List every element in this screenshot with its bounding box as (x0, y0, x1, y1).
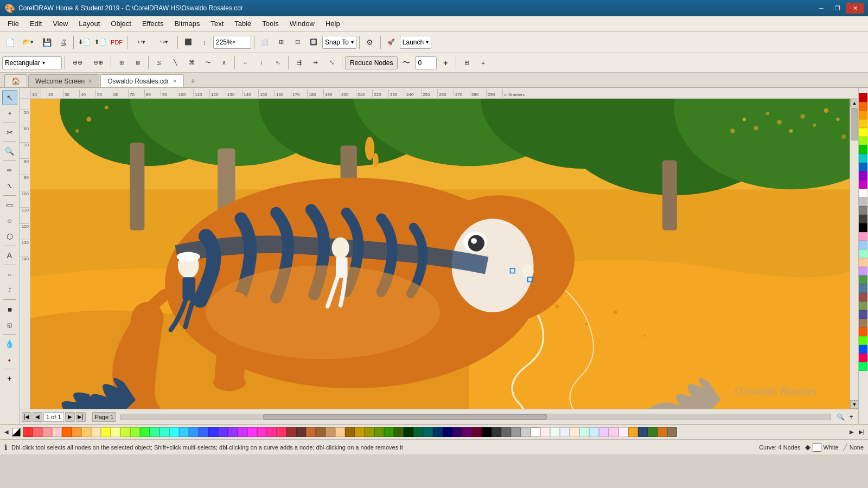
color-swatch[interactable] (150, 427, 159, 437)
color-swatch[interactable] (384, 427, 394, 437)
color-swatch[interactable] (208, 427, 218, 437)
distribute-nodes-btn[interactable]: ⇸ (308, 55, 323, 70)
color-swatch[interactable] (228, 427, 238, 437)
palette-swatch[interactable] (859, 189, 867, 197)
color-swatch[interactable] (648, 427, 658, 437)
color-swatch[interactable] (159, 427, 169, 437)
color-swatch[interactable] (550, 427, 560, 437)
zoom-tool[interactable]: 🔍 (2, 144, 17, 159)
shadow-tool[interactable]: ◼ (2, 301, 17, 317)
menu-help[interactable]: Help (320, 18, 346, 29)
color-swatch[interactable] (316, 427, 326, 437)
color-swatch[interactable] (91, 427, 101, 437)
print-button[interactable]: 🖨 (55, 35, 71, 50)
tab-doc-close-icon[interactable]: ✕ (173, 78, 177, 84)
to-line-btn[interactable]: ╲ (168, 55, 183, 70)
color-swatch[interactable] (433, 427, 443, 437)
menu-window[interactable]: Window (284, 18, 320, 29)
reflect-x-btn[interactable]: ↔ (238, 55, 253, 70)
redo-dropdown[interactable]: ↪▾ (153, 35, 175, 50)
text-tool[interactable]: A (2, 248, 17, 263)
palette-swatch[interactable] (859, 336, 867, 345)
color-swatch[interactable] (365, 427, 374, 437)
next-page-btn[interactable]: ▶ (65, 412, 75, 422)
eyedropper-tool[interactable]: 💧 (2, 336, 17, 351)
palette-swatch[interactable] (859, 319, 867, 328)
menu-layout[interactable]: Layout (73, 18, 105, 29)
snap-to-dropdown[interactable]: Snap To ▾ (322, 36, 356, 49)
menu-view[interactable]: View (47, 18, 73, 29)
color-swatch[interactable] (257, 427, 267, 437)
node-tool[interactable]: ⌖ (2, 106, 17, 121)
palette-swatch[interactable] (859, 301, 867, 310)
color-swatch[interactable] (296, 427, 306, 437)
elastic-mode-btn[interactable]: ∿ (270, 55, 285, 70)
connector-tool[interactable]: ⤴ (2, 282, 17, 298)
add-page-btn[interactable]: + (2, 371, 17, 386)
color-swatch[interactable] (560, 427, 570, 437)
menu-text[interactable]: Text (205, 18, 229, 29)
palette-swatch[interactable] (859, 163, 867, 171)
node-stretch-btn[interactable]: ⤡ (324, 55, 339, 70)
color-scroll-left[interactable]: ◀ (2, 428, 11, 436)
palette-swatch[interactable] (859, 354, 867, 362)
restore-button[interactable]: ❐ (830, 3, 845, 14)
color-swatch[interactable] (189, 427, 199, 437)
first-page-btn[interactable]: |◀ (22, 412, 31, 422)
color-swatch[interactable] (521, 427, 531, 437)
menu-table[interactable]: Table (229, 18, 257, 29)
palette-swatch[interactable] (859, 215, 867, 223)
color-swatch[interactable] (355, 427, 365, 437)
scroll-thumb-v[interactable] (851, 108, 858, 140)
menu-file[interactable]: File (2, 18, 24, 29)
reflect-y-btn[interactable]: ↕ (254, 55, 269, 70)
palette-swatch[interactable] (859, 102, 867, 111)
last-page-btn[interactable]: ▶| (76, 412, 86, 422)
tab-close-icon[interactable]: ✕ (88, 78, 92, 84)
color-swatch[interactable] (101, 427, 111, 437)
color-swatch[interactable] (628, 427, 638, 437)
color-swatch[interactable] (277, 427, 286, 437)
palette-swatch[interactable] (859, 223, 867, 232)
color-swatch[interactable] (540, 427, 550, 437)
scroll-track-v[interactable] (850, 107, 858, 400)
node-count-input[interactable]: 0 (415, 56, 437, 69)
color-swatch[interactable] (638, 427, 648, 437)
color-swatch[interactable] (599, 427, 609, 437)
color-swatch[interactable] (404, 427, 413, 437)
undo-dropdown[interactable]: ↩▾ (130, 35, 152, 50)
zoom-input[interactable]: 225% ▾ (213, 36, 251, 49)
color-swatch[interactable] (462, 427, 472, 437)
prev-page-btn[interactable]: ◀ (33, 412, 42, 422)
fit-page[interactable]: ⬛ (181, 35, 196, 50)
palette-swatch[interactable] (859, 258, 867, 267)
color-swatch[interactable] (658, 427, 667, 437)
h-scroll-track[interactable] (120, 414, 831, 420)
color-scroll-right[interactable]: ▶ (847, 428, 856, 436)
sym-btn[interactable]: ⌘ (184, 55, 199, 70)
color-scroll-rightmost[interactable]: ▶| (857, 428, 866, 436)
color-swatch[interactable] (140, 427, 150, 437)
color-swatch[interactable] (179, 427, 189, 437)
scroll-up-arrow[interactable]: ▲ (850, 99, 858, 107)
color-swatch[interactable] (345, 427, 355, 437)
color-swatch[interactable] (482, 427, 492, 437)
menu-effects[interactable]: Effects (137, 18, 169, 29)
palette-swatch[interactable] (859, 145, 867, 154)
color-swatch[interactable] (130, 427, 140, 437)
fill-tool[interactable]: ⬥ (2, 352, 17, 367)
parallel-dim-tool[interactable]: ↔ (2, 267, 17, 282)
color-swatch[interactable] (199, 427, 208, 437)
color-swatch[interactable] (609, 427, 618, 437)
launch-dropdown[interactable]: Launch ▾ (400, 36, 431, 49)
color-swatch[interactable] (492, 427, 501, 437)
grid-btn[interactable]: ⊞ (273, 35, 289, 50)
shape-selector[interactable]: Rectangular ▾ (2, 56, 62, 69)
to-curve-btn[interactable]: S (151, 55, 167, 70)
guideline-btn[interactable]: ⊟ (290, 35, 305, 50)
export-button[interactable]: ⬆📄 (93, 35, 108, 50)
color-swatch[interactable] (570, 427, 579, 437)
color-swatch[interactable] (326, 427, 335, 437)
color-swatch[interactable] (247, 427, 257, 437)
color-swatch[interactable] (394, 427, 404, 437)
